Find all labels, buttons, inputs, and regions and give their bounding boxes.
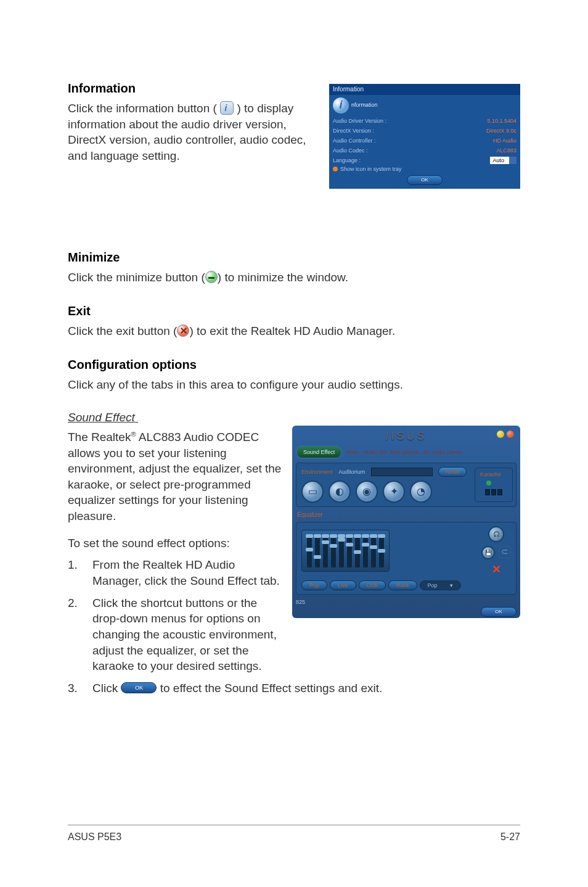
- config-heading: Configuration options: [68, 357, 520, 373]
- tab-sound-effect[interactable]: Sound Effect: [296, 445, 342, 459]
- equalizer-label: Equalizer: [297, 511, 515, 519]
- language-dropdown[interactable]: Auto: [490, 157, 517, 164]
- asus-logo: /ISUS: [385, 429, 427, 444]
- minimize-icon: [205, 271, 218, 283]
- info-row-label: Audio Codec :: [333, 147, 368, 154]
- eq-slider[interactable]: [371, 534, 376, 567]
- language-label: Language :: [333, 157, 361, 164]
- info-row-value: HD Audio: [493, 137, 517, 144]
- preset-button[interactable]: Live: [330, 580, 356, 590]
- equalizer-sliders[interactable]: [301, 530, 390, 572]
- info-row-label: DirectX Version :: [333, 127, 374, 134]
- preset-button[interactable]: Pop: [301, 580, 327, 590]
- close-icon[interactable]: [507, 431, 514, 438]
- eq-slider[interactable]: [323, 534, 328, 567]
- info-icon-label: nformation: [351, 101, 378, 109]
- environment-label: Environment: [301, 468, 333, 476]
- footer-left: ASUS P5E3: [68, 830, 121, 844]
- sound-effect-panel: /ISUS Sound Effect Mixer Audio I/O Micro…: [292, 426, 520, 618]
- list-item: Click the shortcut buttons or the drop-d…: [92, 595, 284, 674]
- karaoke-label: Karaoke: [480, 471, 507, 478]
- ok-button[interactable]: OK: [407, 175, 443, 185]
- info-row-value: DirectX 9.0c: [486, 127, 517, 134]
- info-row-value: ALC883: [496, 147, 517, 154]
- tray-radio-icon[interactable]: [333, 167, 338, 171]
- minimize-body: Click the minimize button () to minimize…: [68, 270, 520, 286]
- env-preset-icon[interactable]: ◔: [410, 481, 432, 503]
- eq-slider[interactable]: [331, 534, 336, 567]
- minimize-icon[interactable]: [497, 431, 504, 438]
- reset-button[interactable]: Reset: [438, 467, 467, 477]
- info-row-value: 5.10.1.5404: [487, 117, 517, 125]
- eq-delete-icon[interactable]: ✕: [490, 563, 502, 576]
- information-button-icon: [220, 101, 234, 115]
- karaoke-box: Karaoke: [475, 468, 513, 502]
- tab-microphone[interactable]: Microphone: [390, 448, 419, 456]
- ok-button-inline: OK: [121, 682, 157, 693]
- list-item: From the Realtek HD Audio Manager, click…: [92, 557, 284, 588]
- env-preset-icon[interactable]: ◐: [329, 481, 351, 503]
- preset-button[interactable]: Club: [359, 580, 386, 590]
- minimize-heading: Minimize: [68, 249, 520, 266]
- karaoke-icon[interactable]: [480, 481, 485, 485]
- info-panel-title: Information: [329, 84, 520, 95]
- env-preset-icon[interactable]: ◉: [356, 481, 378, 503]
- tab-audio-io[interactable]: Audio I/O: [363, 448, 386, 456]
- env-preset-icon[interactable]: ▭: [301, 481, 324, 503]
- eq-save-icon[interactable]: 💾: [481, 546, 495, 559]
- info-icon: i: [333, 97, 349, 113]
- tray-radio-label[interactable]: Show icon in system tray: [340, 165, 402, 173]
- eq-slider[interactable]: [363, 534, 368, 567]
- eq-slider[interactable]: [339, 534, 344, 567]
- ok-button[interactable]: OK: [481, 607, 517, 617]
- preset-button[interactable]: Rock: [388, 580, 417, 590]
- exit-icon: [177, 324, 189, 337]
- tab-3d-audio[interactable]: 3D Audio Demo: [423, 448, 462, 456]
- eq-slider[interactable]: [379, 534, 384, 567]
- info-row-label: Audio Driver Version :: [333, 117, 386, 125]
- eq-mode-icon[interactable]: 🎧: [488, 526, 504, 542]
- list-number: 3.: [68, 680, 92, 696]
- karaoke-icon[interactable]: [486, 481, 491, 485]
- list-item: Click OK to effect the Sound Effect sett…: [92, 680, 520, 696]
- eq-slider[interactable]: [355, 534, 360, 567]
- footer-right: 5-27: [500, 830, 520, 844]
- exit-body: Click the exit button () to exit the Rea…: [68, 323, 520, 339]
- config-body: Click any of the tabs in this area to co…: [68, 377, 520, 393]
- information-panel: Information i nformation Audio Driver Ve…: [329, 84, 520, 189]
- list-number: 2.: [68, 595, 92, 674]
- list-number: 1.: [68, 557, 92, 588]
- eq-slider[interactable]: [347, 534, 352, 567]
- exit-heading: Exit: [68, 303, 520, 320]
- auditorium-label: Auditorium: [338, 468, 365, 476]
- sound-effect-subheading: Sound Effect: [68, 410, 520, 426]
- environment-dropdown[interactable]: [371, 468, 433, 476]
- env-preset-icon[interactable]: ✦: [383, 481, 405, 503]
- eq-slider[interactable]: [307, 534, 312, 567]
- tab-mixer[interactable]: Mixer: [346, 448, 359, 456]
- info-row-label: Audio Controller :: [333, 137, 376, 144]
- preset-dropdown[interactable]: Pop▾: [420, 580, 461, 590]
- eq-open-icon[interactable]: ⊂: [499, 546, 511, 558]
- eq-slider[interactable]: [315, 534, 320, 567]
- panel-number: 825: [296, 598, 517, 606]
